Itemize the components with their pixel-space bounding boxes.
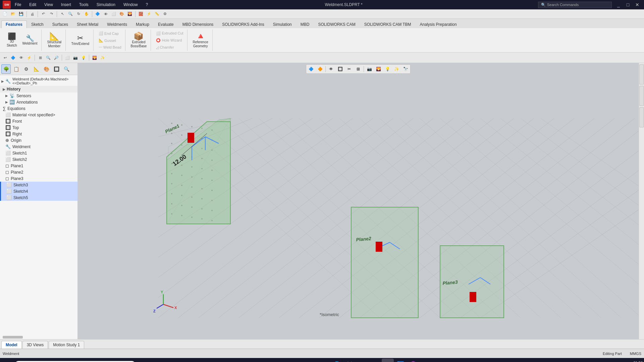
menu-view[interactable]: View <box>43 2 54 8</box>
menu-edit[interactable]: Edit <box>28 2 38 8</box>
tab-sw-cam[interactable]: SOLIDWORKS CAM <box>314 20 360 28</box>
app10[interactable]: 🟣 <box>407 359 419 362</box>
sketch3-item[interactable]: ⬜ Sketch3 <box>0 182 77 188</box>
3d-sketch-button[interactable]: ⬛ 3DSketch <box>5 32 19 49</box>
app9[interactable]: 🟦 <box>394 359 407 362</box>
menu-tools[interactable]: Tools <box>78 2 90 8</box>
display-button[interactable]: 🔷 <box>94 10 101 18</box>
view-orientation-btn[interactable]: ↩ <box>1 54 9 61</box>
plane1-item[interactable]: ◻ Plane1 <box>0 163 77 169</box>
scenes-btn[interactable]: 🌄 <box>126 10 133 18</box>
tab-mbd-dimensions[interactable]: MBD Dimensions <box>178 20 218 28</box>
cam-manager-icon[interactable]: 🔲 <box>52 64 61 74</box>
zoom-fit-btn[interactable]: ⊞ <box>37 54 44 61</box>
realview-vp-btn[interactable]: ✨ <box>392 65 400 73</box>
menu-help[interactable]: ? <box>145 2 150 8</box>
structural-member-button[interactable]: 📐 StructuralMember <box>45 31 63 50</box>
edit-appearance-btn2[interactable]: 🔲 <box>336 65 344 73</box>
tab-evaluate[interactable]: Evaluate <box>154 20 178 28</box>
tree-root[interactable]: ▶ 🔧 Weldment (Default<As Machined><<Defa… <box>0 76 77 86</box>
minimize-button[interactable]: _ <box>614 2 623 8</box>
select-button[interactable]: ↖ <box>59 10 66 18</box>
zoom-out-btn[interactable]: 🔎 <box>53 54 60 61</box>
camera-btn[interactable]: 📷 <box>72 54 79 61</box>
hole-wizard-button[interactable]: ⭕ Hole Wizard <box>154 37 185 44</box>
close-button[interactable]: ✕ <box>633 2 641 8</box>
equations-item[interactable]: ∑ Equations <box>0 105 77 112</box>
hide-components-btn[interactable]: 👁 <box>327 65 335 73</box>
settings-btn[interactable]: ⚙ <box>161 10 169 18</box>
ambient-btn[interactable]: 💡 <box>383 65 391 73</box>
plane2-item[interactable]: ◻ Plane2 <box>0 169 77 175</box>
reference-geometry-button[interactable]: 🔺 ReferenceGeometry <box>191 31 210 50</box>
tab-surfaces[interactable]: Surfaces <box>48 20 72 28</box>
disp-style-btn[interactable]: 🔶 <box>316 65 324 73</box>
solidworks-app[interactable]: SW <box>382 359 394 362</box>
viewport[interactable]: 🔷 🔶 👁 🔲 ✂ ⊞ 📷 🌄 💡 ✨ 🔭 <box>78 63 639 339</box>
section-cut-btn[interactable]: ✂ <box>345 65 353 73</box>
weldment-button[interactable]: 🔧 Weldment <box>20 34 40 47</box>
sketch5-item[interactable]: ⬜ Sketch5 <box>0 194 77 201</box>
menu-file[interactable]: File <box>13 2 22 8</box>
weldment-tree-item[interactable]: 🔧 Weldment <box>0 143 77 150</box>
task-view-btn[interactable]: ⧉ <box>137 359 149 362</box>
tab-features[interactable]: Features <box>1 20 27 28</box>
maximize-button[interactable]: □ <box>624 2 632 8</box>
undo-button[interactable]: ↶ <box>40 10 47 18</box>
history-section[interactable]: ▶ History <box>0 86 77 93</box>
edit-appearance-btn[interactable]: 🎨 <box>118 10 125 18</box>
section-view-btn[interactable]: ⬜ <box>110 10 117 18</box>
light-btn[interactable]: 💡 <box>80 54 87 61</box>
file-explorer-app[interactable]: 📁 <box>318 359 330 362</box>
zoom-in-btn[interactable]: 🔍 <box>45 54 52 61</box>
tab-mbd[interactable]: MBD <box>296 20 314 28</box>
materials-btn[interactable]: 🧱 <box>137 10 145 18</box>
annotations-item[interactable]: ▶ 🔤 Annotations <box>0 99 77 105</box>
measure-btn[interactable]: 📏 <box>153 10 161 18</box>
sensors-item[interactable]: ▶ 📡 Sensors <box>0 93 77 99</box>
top-plane-item[interactable]: 🔲 Top <box>0 124 77 131</box>
view-button[interactable]: 👁 <box>102 10 109 18</box>
open-button[interactable]: 📂 <box>9 10 17 18</box>
property-manager-icon[interactable]: 📋 <box>11 64 21 74</box>
filter-btn[interactable]: ⚡ <box>25 54 33 61</box>
end-cap-button[interactable]: ⬜ End Cap <box>97 30 123 37</box>
tab-markup[interactable]: Markup <box>131 20 154 28</box>
search-icon-panel[interactable]: 🔍 <box>62 64 71 74</box>
material-item[interactable]: ⬜ Material <not specified> <box>0 112 77 118</box>
print-button[interactable]: 🖨 <box>29 10 36 18</box>
sketch4-item[interactable]: ⬜ Sketch4 <box>0 188 77 194</box>
tab-weldments[interactable]: Weldments <box>103 20 131 28</box>
sketch2-item[interactable]: ⬜ Sketch2 <box>0 156 77 163</box>
extruded-boss-button[interactable]: 📦 ExtrudedBoss/Base <box>129 31 149 50</box>
hide-show-btn[interactable]: 👁 <box>17 54 25 61</box>
right-tab-2[interactable] <box>639 86 644 106</box>
display-style-btn[interactable]: 🔷 <box>9 54 17 61</box>
redo-button[interactable]: ↷ <box>48 10 55 18</box>
menu-simulation[interactable]: Simulation <box>95 2 117 8</box>
tab-sw-cam-tbm[interactable]: SOLIDWORKS CAM TBM <box>360 20 416 28</box>
tab-3d-views[interactable]: 3D Views <box>22 341 48 349</box>
right-plane-item[interactable]: 🔲 Right <box>0 131 77 137</box>
feature-tree-icon[interactable]: 🌳 <box>1 64 11 74</box>
display-manager-icon[interactable]: 🎨 <box>42 64 51 74</box>
scroll-handle[interactable] <box>3 336 23 339</box>
menu-window[interactable]: Window <box>122 2 139 8</box>
tab-sheet-metal[interactable]: Sheet Metal <box>72 20 103 28</box>
scene-btn[interactable]: 🌄 <box>374 65 382 73</box>
menu-insert[interactable]: Insert <box>60 2 72 8</box>
right-tab-1[interactable] <box>639 64 644 84</box>
rotate-button[interactable]: ↻ <box>75 10 82 18</box>
plane3-item[interactable]: ◻ Plane3 <box>0 175 77 182</box>
camera-vp-btn[interactable]: 📷 <box>365 65 373 73</box>
tab-sketch[interactable]: Sketch <box>27 20 48 28</box>
extruded-cut-button[interactable]: ⬜ Extruded Cut <box>154 30 185 37</box>
section-view-btn2[interactable]: ⬜ <box>64 54 71 61</box>
front-plane-item[interactable]: 🔲 Front <box>0 118 77 124</box>
simulation-btn[interactable]: ⚡ <box>145 10 153 18</box>
realview-btn[interactable]: ✨ <box>99 54 106 61</box>
origin-item[interactable]: ⊕ Origin <box>0 137 77 143</box>
windows-start-btn[interactable]: ⊞ <box>1 359 13 362</box>
firefox-app[interactable]: 🦊 <box>343 359 356 362</box>
config-manager-icon[interactable]: ⚙ <box>21 64 31 74</box>
